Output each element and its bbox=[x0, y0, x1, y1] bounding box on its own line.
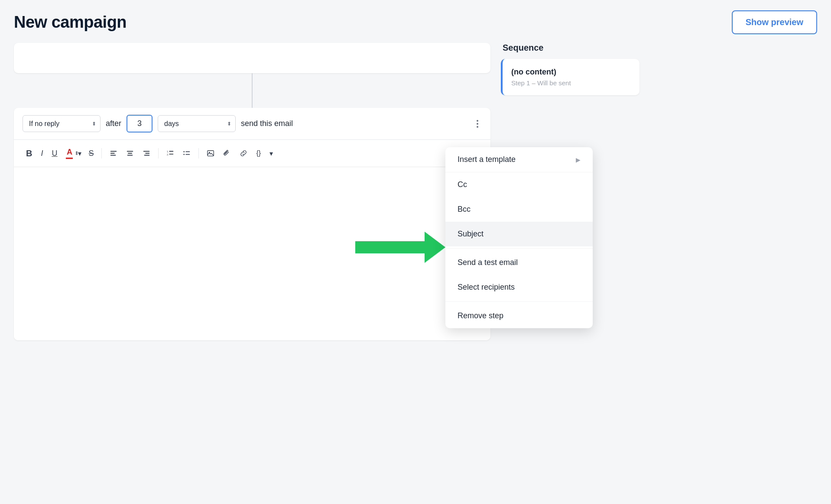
variable-dropdown[interactable]: ▾ bbox=[266, 147, 276, 160]
menu-item-send-test-label: Send a test email bbox=[458, 258, 518, 267]
dot-1 bbox=[477, 120, 478, 122]
font-color-dropdown[interactable]: ▾ bbox=[76, 148, 83, 159]
link-button[interactable] bbox=[236, 147, 251, 160]
menu-item-bcc[interactable]: Bcc bbox=[445, 197, 593, 222]
menu-item-send-test[interactable]: Send a test email bbox=[445, 250, 593, 275]
svg-point-13 bbox=[184, 151, 185, 152]
sequence-card-subtitle: Step 1 – Will be sent bbox=[511, 79, 631, 87]
menu-item-insert-template-label: Insert a template bbox=[458, 155, 516, 164]
chevron-right-icon: ▶ bbox=[576, 156, 581, 163]
arrow-head bbox=[425, 232, 445, 263]
svg-rect-14 bbox=[186, 152, 190, 152]
svg-rect-17 bbox=[208, 151, 214, 156]
sequence-card: (no content) Step 1 – Will be sent bbox=[501, 59, 639, 95]
menu-separator-2 bbox=[445, 301, 593, 302]
after-label: after bbox=[106, 119, 121, 128]
svg-rect-4 bbox=[128, 153, 133, 154]
menu-item-cc[interactable]: Cc bbox=[445, 172, 593, 197]
condition-bar: If no reply after days send this email bbox=[14, 108, 490, 140]
align-right-button[interactable] bbox=[139, 147, 154, 160]
page-title: New campaign bbox=[14, 13, 127, 32]
menu-item-select-recipients-label: Select recipients bbox=[458, 283, 515, 292]
bold-button[interactable]: B bbox=[23, 146, 36, 161]
send-label: send this email bbox=[241, 119, 468, 128]
number-input[interactable] bbox=[127, 115, 153, 132]
image-button[interactable] bbox=[203, 147, 218, 160]
dot-2 bbox=[477, 123, 478, 125]
svg-rect-6 bbox=[143, 151, 149, 152]
editor-toolbar: B I U A ▾ S bbox=[14, 140, 490, 167]
connector bbox=[14, 73, 490, 108]
connector-line bbox=[252, 73, 253, 108]
svg-text:2.: 2. bbox=[167, 153, 169, 156]
variable-button[interactable]: {} bbox=[253, 147, 264, 160]
arrow-shape bbox=[355, 232, 445, 263]
svg-rect-0 bbox=[110, 151, 117, 152]
svg-rect-8 bbox=[144, 155, 150, 156]
left-panel: If no reply after days send this email bbox=[14, 43, 490, 499]
menu-item-select-recipients[interactable]: Select recipients bbox=[445, 275, 593, 300]
svg-text:1.: 1. bbox=[167, 150, 169, 153]
email-step-card: If no reply after days send this email bbox=[14, 108, 490, 340]
menu-item-bcc-label: Bcc bbox=[458, 205, 471, 214]
menu-item-subject[interactable]: Subject bbox=[445, 222, 593, 246]
svg-rect-7 bbox=[146, 153, 150, 154]
show-preview-button[interactable]: Show preview bbox=[732, 10, 817, 34]
arrow-body bbox=[355, 241, 425, 253]
unordered-list-button[interactable] bbox=[179, 147, 194, 160]
time-unit-select[interactable]: days bbox=[158, 115, 236, 132]
svg-rect-16 bbox=[186, 154, 190, 155]
time-unit-select-wrapper[interactable]: days bbox=[158, 115, 236, 132]
main-content: If no reply after days send this email bbox=[0, 43, 831, 499]
strikethrough-button[interactable]: S bbox=[85, 146, 97, 161]
svg-rect-2 bbox=[110, 155, 116, 156]
ordered-list-button[interactable]: 1.2. bbox=[163, 147, 178, 160]
condition-select[interactable]: If no reply bbox=[23, 115, 101, 132]
font-color-wrapper[interactable]: A ▾ bbox=[62, 145, 83, 162]
separator-2 bbox=[158, 148, 159, 158]
svg-rect-1 bbox=[110, 153, 115, 154]
underline-button[interactable]: U bbox=[48, 146, 61, 161]
svg-rect-3 bbox=[127, 151, 133, 152]
menu-item-remove-step[interactable]: Remove step bbox=[445, 304, 593, 328]
align-left-button[interactable] bbox=[106, 147, 121, 160]
green-arrow bbox=[355, 232, 445, 263]
font-color-button[interactable]: A bbox=[62, 145, 76, 162]
menu-separator bbox=[445, 248, 593, 249]
sequence-label: Sequence bbox=[501, 43, 639, 53]
menu-item-remove-step-label: Remove step bbox=[458, 311, 503, 320]
attachment-button[interactable] bbox=[220, 147, 234, 160]
separator-1 bbox=[101, 148, 102, 158]
sequence-card-title: (no content) bbox=[511, 68, 631, 77]
dot-3 bbox=[477, 126, 478, 128]
condition-select-wrapper[interactable]: If no reply bbox=[23, 115, 101, 132]
more-options-button[interactable] bbox=[473, 118, 482, 129]
context-menu: Insert a template ▶ Cc Bcc Subject Send … bbox=[445, 147, 593, 328]
align-center-button[interactable] bbox=[123, 147, 137, 160]
italic-button[interactable]: I bbox=[37, 146, 46, 161]
menu-item-subject-label: Subject bbox=[458, 229, 484, 239]
top-card bbox=[14, 43, 490, 73]
header: New campaign Show preview bbox=[0, 0, 831, 43]
svg-point-15 bbox=[184, 154, 185, 155]
menu-item-insert-template[interactable]: Insert a template ▶ bbox=[445, 147, 593, 172]
menu-item-cc-label: Cc bbox=[458, 180, 467, 189]
separator-3 bbox=[198, 148, 199, 158]
svg-rect-5 bbox=[127, 155, 133, 156]
svg-rect-10 bbox=[169, 151, 174, 152]
svg-rect-12 bbox=[169, 154, 174, 155]
